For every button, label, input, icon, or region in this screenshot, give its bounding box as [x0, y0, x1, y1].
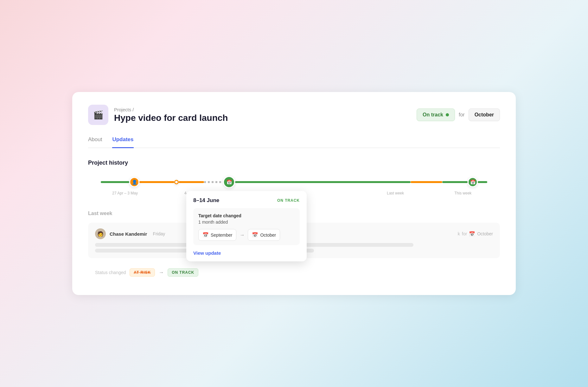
timeline-segment-2 — [139, 181, 174, 183]
timeline-segment-1 — [101, 181, 129, 183]
header-left: 🎬 Projects / Hype video for card launch — [88, 105, 228, 125]
status-badge[interactable]: On track — [417, 108, 455, 121]
avatar: 🧑 — [95, 228, 106, 239]
status-chip-on-track: ON TRACK — [168, 268, 198, 277]
tabs: About Updates — [88, 136, 500, 148]
timeline-node-end[interactable]: 📅 — [468, 177, 478, 187]
tooltip-popup: 8–14 June ON TRACK Target date changed 1… — [186, 191, 307, 261]
status-month-right: October — [477, 231, 493, 236]
calendar-icon-from: 📅 — [202, 232, 209, 238]
tooltip-from-date: 📅 September — [198, 229, 236, 241]
tooltip-change-title: Target date changed — [198, 213, 295, 218]
status-label: On track — [423, 112, 443, 118]
user-name: Chase Kandemir — [110, 231, 147, 237]
tab-updates[interactable]: Updates — [112, 136, 133, 148]
project-icon: 🎬 — [88, 105, 108, 125]
month-badge[interactable]: October — [469, 108, 500, 121]
tooltip-card: Target date changed 1 month added 📅 Sept… — [193, 208, 300, 245]
breadcrumb: Projects / — [114, 107, 228, 112]
timeline-label-1: 27 Apr – 3 May — [91, 191, 159, 195]
calendar-icon-right: 📅 — [469, 231, 475, 237]
status-faded-k: k — [458, 231, 460, 236]
status-faded-for: for — [462, 231, 467, 236]
header-right: On track for October — [417, 108, 500, 121]
timeline-label-last-week: Last week — [361, 191, 429, 195]
tooltip-header: 8–14 June ON TRACK — [193, 197, 300, 204]
page-title: Hype video for card launch — [114, 113, 228, 123]
timeline-segment-4 — [235, 181, 411, 183]
update-status-right: k for 📅 October — [458, 231, 493, 237]
tab-about[interactable]: About — [88, 136, 102, 148]
tooltip-to-date: 📅 October — [248, 229, 280, 241]
view-update-link[interactable]: View update — [193, 250, 300, 256]
status-chip-at-risk: AT RISK — [130, 268, 155, 277]
timeline-segment-6 — [442, 181, 468, 183]
status-change-label: Status changed — [95, 270, 126, 275]
status-arrow: → — [159, 270, 164, 275]
status-change-row: Status changed AT RISK → ON TRACK — [88, 263, 500, 282]
arrow-icon: → — [240, 232, 245, 238]
tooltip-change-sub: 1 month added — [198, 220, 295, 225]
timeline-segment-7 — [478, 181, 487, 183]
timeline-segment-3 — [179, 181, 204, 183]
for-label: for — [459, 112, 465, 118]
tooltip-dates-row: 📅 September → 📅 October — [198, 229, 295, 241]
status-dot — [446, 113, 449, 116]
header-text: Projects / Hype video for card launch — [114, 107, 228, 123]
timeline-container: 👤 📅 📅 — [88, 175, 500, 195]
main-card: 🎬 Projects / Hype video for card launch … — [72, 92, 516, 295]
tooltip-status: ON TRACK — [277, 198, 300, 203]
user-day: Friday — [153, 231, 165, 236]
header: 🎬 Projects / Hype video for card launch … — [88, 105, 500, 125]
timeline-node-2[interactable] — [174, 180, 179, 184]
timeline-segment-dotted — [204, 181, 223, 183]
tooltip-date: 8–14 June — [193, 197, 219, 204]
timeline-label-this-week: This week — [429, 191, 497, 195]
section-title: Project history — [88, 160, 500, 166]
calendar-icon-to: 📅 — [252, 232, 258, 238]
timeline-node-1[interactable]: 👤 — [129, 177, 139, 187]
timeline-node-active[interactable]: 📅 — [223, 176, 235, 188]
timeline-segment-5 — [411, 181, 442, 183]
